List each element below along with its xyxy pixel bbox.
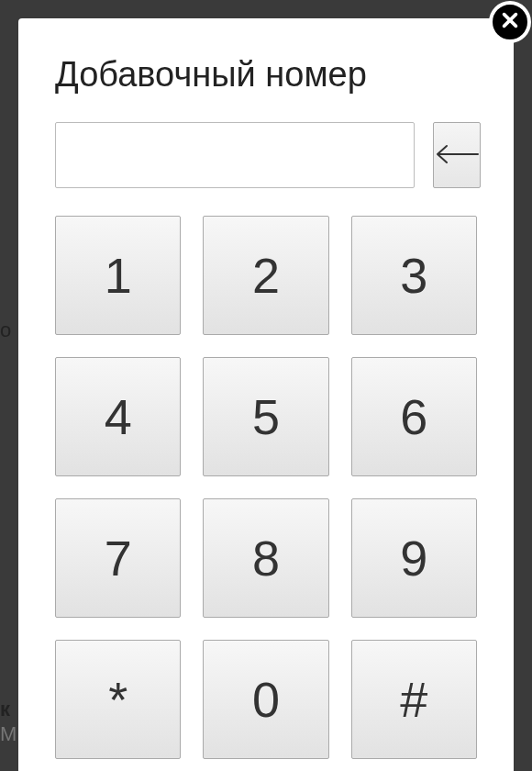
backspace-button[interactable]: [433, 122, 481, 188]
background-text-fragment: к: [0, 699, 10, 720]
key-1[interactable]: 1: [55, 216, 181, 335]
key-3[interactable]: 3: [351, 216, 477, 335]
keypad: 1 2 3 4 5 6 7 8 9 * 0 #: [55, 216, 477, 759]
background-text-fragment: М: [0, 724, 17, 744]
close-button[interactable]: [489, 1, 531, 43]
background-text-fragment: о: [0, 320, 11, 341]
key-0[interactable]: 0: [203, 640, 328, 759]
close-icon: [500, 10, 520, 34]
key-2[interactable]: 2: [203, 216, 328, 335]
key-6[interactable]: 6: [351, 357, 477, 476]
extension-input[interactable]: [55, 122, 415, 188]
key-4[interactable]: 4: [55, 357, 181, 476]
dialog-title: Добавочный номер: [55, 55, 477, 95]
extension-dialog: Добавочный номер 1 2 3 4 5 6 7 8 9 * 0 #: [18, 18, 514, 771]
key-hash[interactable]: #: [351, 640, 477, 759]
key-star[interactable]: *: [55, 640, 181, 759]
key-7[interactable]: 7: [55, 498, 181, 618]
arrow-left-icon: [434, 143, 480, 168]
key-5[interactable]: 5: [203, 357, 328, 476]
input-row: [55, 122, 477, 188]
key-9[interactable]: 9: [351, 498, 477, 618]
key-8[interactable]: 8: [203, 498, 328, 618]
